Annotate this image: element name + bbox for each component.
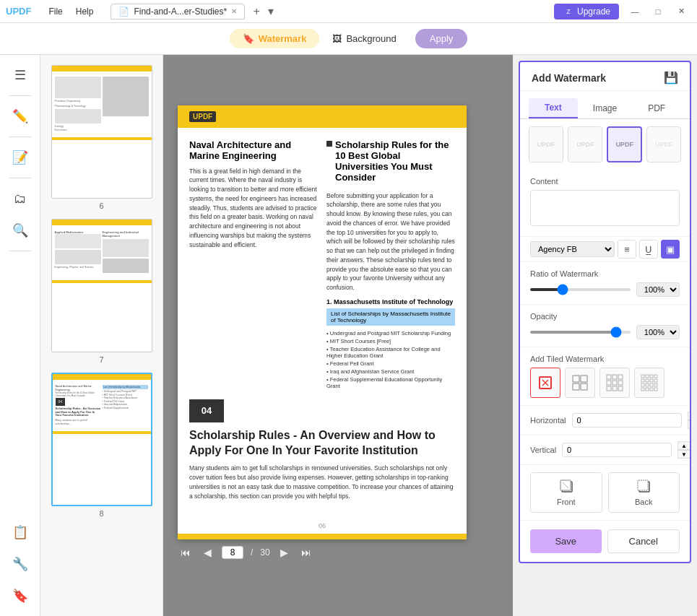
sidebar-divider-3: [9, 178, 32, 178]
thumbnail-8: Naval Architecture and Marine Engineerin…: [51, 373, 152, 506]
titlebar-right: Z Upgrade — □ ✕: [554, 4, 691, 19]
sidebar-item-organize[interactable]: 🗂: [6, 184, 35, 213]
tiled-previews-row: [530, 368, 680, 398]
list-item[interactable]: Naval Architecture and Marine Engineerin…: [40, 368, 163, 522]
close-tab-icon[interactable]: ✕: [231, 7, 237, 15]
svg-rect-10: [607, 381, 611, 385]
tiled-4x4[interactable]: [634, 368, 664, 398]
horizontal-step-up[interactable]: ▲: [688, 412, 691, 420]
save-button[interactable]: Save: [530, 529, 602, 553]
horizontal-input[interactable]: [572, 413, 682, 428]
style-preview-2[interactable]: UPDF: [568, 126, 602, 162]
opacity-slider-row: 100%: [530, 325, 680, 339]
sidebar-item-pages[interactable]: ☰: [6, 61, 35, 90]
tiled-2x2[interactable]: [565, 368, 595, 398]
left-section-text: This is a great field in high demand in …: [189, 167, 318, 250]
content-area: UPDF Naval Architecture and Marine Engin…: [163, 55, 513, 616]
sidebar-item-tools[interactable]: 🔧: [6, 550, 35, 578]
highlight-box: List of Scholarships by Massachusetts In…: [326, 308, 455, 326]
svg-rect-29: [646, 388, 649, 391]
color-button[interactable]: ▣: [661, 240, 680, 259]
vertical-stepper: ▲ ▼: [677, 441, 690, 459]
list-item[interactable]: Applied Mathematics Engineering, Physics…: [40, 214, 163, 368]
vertical-label: Vertical: [530, 446, 556, 454]
sidebar-item-annotate[interactable]: 📝: [6, 143, 35, 172]
tab-dropdown-icon[interactable]: ▾: [268, 4, 274, 18]
vertical-step-down[interactable]: ▼: [677, 450, 690, 459]
watermark-tab-button[interactable]: 🔖 Watermark: [230, 29, 320, 48]
svg-rect-26: [650, 383, 653, 386]
horizontal-label: Horizontal: [530, 416, 566, 425]
opacity-percent-select[interactable]: 100%: [636, 325, 680, 339]
horizontal-stepper: ▲ ▼: [688, 412, 691, 429]
back-button[interactable]: Back: [608, 472, 680, 513]
horizontal-section: Horizontal ▲ ▼: [520, 406, 690, 435]
app-logo: UPDF: [6, 6, 31, 17]
svg-rect-11: [612, 381, 617, 385]
apply-button[interactable]: Apply: [415, 29, 468, 48]
tab-pdf[interactable]: PDF: [632, 98, 681, 118]
last-page-button[interactable]: ⏭: [298, 544, 314, 561]
sidebar-item-bookmark[interactable]: 🔖: [6, 581, 35, 610]
horizontal-step-down[interactable]: ▼: [688, 420, 691, 429]
tiled-single[interactable]: [530, 368, 560, 398]
ratio-label: Ratio of Watermark: [530, 269, 680, 278]
svg-rect-22: [650, 379, 653, 382]
sidebar-item-search[interactable]: 🔍: [6, 216, 35, 245]
style-preview-1[interactable]: UPDF: [529, 126, 563, 162]
right-scholarship-title: Scholarship Rules for the 10 Best Global…: [335, 139, 455, 183]
tab-add-button[interactable]: +: [248, 3, 265, 20]
font-select[interactable]: Agency FB: [530, 241, 615, 257]
bullet-list: • Undergrad and Postgrad MIT Scholarship…: [326, 330, 455, 389]
opacity-slider[interactable]: [530, 331, 631, 334]
svg-rect-31: [654, 388, 657, 391]
prev-page-button[interactable]: ◀: [201, 544, 215, 561]
sidebar-item-edit[interactable]: ✏️: [6, 102, 35, 131]
minimize-button[interactable]: —: [625, 4, 645, 19]
sidebar-divider-2: [9, 136, 32, 137]
tab-text[interactable]: Text: [529, 98, 578, 118]
vertical-step-up[interactable]: ▲: [677, 441, 690, 450]
left-sidebar: ☰ ✏️ 📝 🗂 🔍 📋 🔧 🔖: [0, 55, 40, 616]
align-left-button[interactable]: ≡: [618, 240, 636, 259]
save-icon[interactable]: 💾: [664, 71, 678, 84]
bullet-item: • Federal Pell Grant: [326, 360, 455, 367]
cancel-button[interactable]: Cancel: [607, 529, 680, 553]
content-input[interactable]: [530, 190, 680, 226]
svg-rect-3: [573, 376, 579, 382]
menu-bar: File Help: [43, 5, 99, 18]
tab-title: Find-and-A...er-Studies*: [134, 6, 227, 17]
close-button[interactable]: ✕: [671, 4, 691, 19]
next-page-button[interactable]: ▶: [277, 544, 291, 561]
vertical-input[interactable]: [562, 443, 672, 457]
style-preview-3[interactable]: UPDF: [607, 126, 641, 162]
svg-rect-28: [641, 388, 644, 391]
page-number-input[interactable]: [222, 546, 243, 559]
user-avatar: Z: [563, 6, 574, 17]
upgrade-button[interactable]: Z Upgrade: [554, 4, 619, 19]
menu-help[interactable]: Help: [70, 5, 100, 18]
maximize-button[interactable]: □: [648, 4, 668, 19]
first-page-button[interactable]: ⏮: [178, 544, 194, 561]
tiled-3x3[interactable]: [599, 368, 630, 398]
back-icon: [636, 479, 651, 495]
menu-file[interactable]: File: [43, 5, 68, 18]
bullet-item: • Federal Supplemental Educational Oppor…: [326, 376, 455, 389]
sidebar-item-copy[interactable]: 📋: [6, 518, 35, 547]
svg-rect-16: [641, 375, 644, 378]
tab-image[interactable]: Image: [581, 98, 630, 118]
opacity-section: Opacity 100%: [520, 305, 690, 347]
thumb-num-7: 7: [99, 355, 103, 364]
list-item[interactable]: Petroleum Engineering Pharmacology & Tox…: [40, 61, 163, 214]
ratio-slider[interactable]: [530, 288, 631, 291]
style-preview-4[interactable]: UPDF: [646, 126, 681, 162]
underline-button[interactable]: U̲: [639, 240, 658, 259]
svg-rect-18: [650, 375, 653, 378]
ratio-percent-select[interactable]: 100%: [636, 282, 680, 297]
front-button[interactable]: Front: [530, 472, 602, 513]
bullet-item: • MIT Short Courses [Free]: [326, 338, 455, 344]
opacity-label: Opacity: [530, 312, 680, 321]
svg-rect-7: [607, 375, 611, 379]
tab-current[interactable]: 📄 Find-and-A...er-Studies* ✕: [111, 4, 245, 19]
background-tab-button[interactable]: 🖼 Background: [319, 29, 409, 48]
